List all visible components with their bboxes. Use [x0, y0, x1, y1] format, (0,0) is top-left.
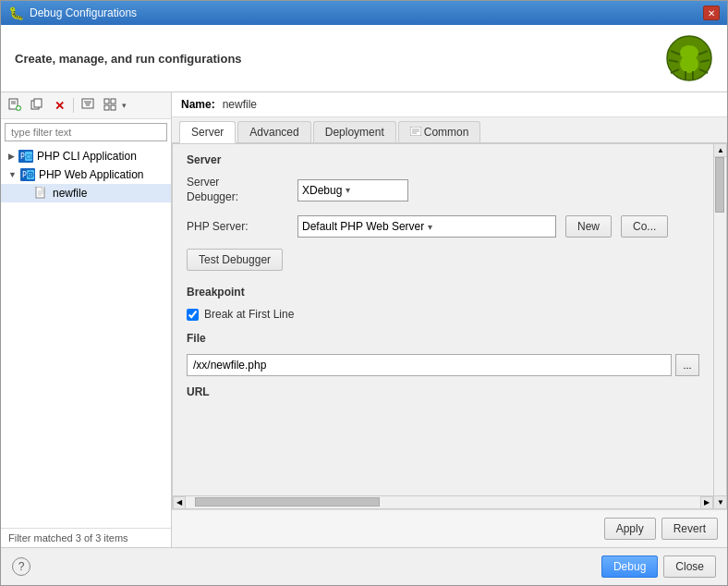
svg-rect-41 [42, 187, 44, 189]
php-cli-icon: P CLI [18, 149, 33, 164]
name-label: Name: [181, 98, 215, 111]
collapse-all-button[interactable] [100, 95, 120, 116]
config-inner: Server ServerDebugger: XDebug ▾ [173, 144, 726, 508]
scroll-down-button[interactable]: ▼ [714, 495, 726, 508]
php-server-value: Default PHP Web Server [302, 220, 424, 233]
tabs-bar: Server Advanced Deployment Common [172, 117, 727, 143]
toolbar-separator [73, 98, 74, 113]
break-at-first-line-checkbox[interactable] [187, 309, 199, 321]
svg-text:P: P [22, 171, 27, 179]
header-title: Create, manage, and run configurations [15, 52, 242, 66]
close-button[interactable]: ✕ [703, 6, 720, 20]
title-bar-buttons: ✕ [703, 6, 720, 20]
tab-common-label: Common [424, 126, 469, 139]
browse-icon: ... [683, 360, 691, 371]
debugger-select[interactable]: XDebug ▾ [297, 179, 408, 201]
svg-text:CLI: CLI [26, 153, 33, 160]
php-server-row: PHP Server: Default PHP Web Server ▾ New… [187, 215, 699, 238]
bug-logo-icon [665, 34, 713, 82]
newfile-icon [34, 186, 49, 201]
break-at-first-line-label: Break at First Line [204, 308, 294, 321]
tree-item-php-web[interactable]: ▼ P PHP Web Application [1, 165, 171, 184]
scroll-thumb[interactable] [195, 497, 380, 507]
debugger-row: ServerDebugger: XDebug ▾ [187, 176, 699, 204]
test-debugger-row: Test Debugger [187, 249, 699, 271]
header: Create, manage, and run configurations [1, 25, 727, 92]
close-dialog-button[interactable]: Close [663, 555, 716, 578]
revert-button[interactable]: Revert [661, 518, 718, 540]
url-section: URL [187, 385, 699, 398]
duplicate-button[interactable] [27, 95, 47, 116]
expand-arrow-php-cli: ▶ [8, 152, 15, 161]
filter-status: Filter matched 3 of 3 items [1, 528, 171, 547]
php-server-label: PHP Server: [187, 220, 288, 233]
config-wrapper: Server ServerDebugger: XDebug ▾ [172, 143, 727, 509]
v-scroll-track[interactable] [714, 157, 726, 495]
filter-button[interactable] [78, 95, 98, 116]
tree-label-php-web: PHP Web Application [39, 168, 144, 181]
file-path-input[interactable] [187, 354, 672, 376]
file-browse-button[interactable]: ... [675, 354, 699, 376]
debug-button[interactable]: Debug [601, 555, 658, 578]
name-value: newfile [223, 98, 257, 111]
name-row: Name: newfile [172, 92, 727, 117]
dropdown-arrow[interactable]: ▾ [122, 101, 127, 110]
debug-configurations-window: 🐛 Debug Configurations ✕ Create, manage,… [0, 0, 728, 586]
debugger-value: XDebug [302, 184, 342, 197]
svg-rect-20 [34, 99, 42, 107]
apply-button[interactable]: Apply [604, 518, 656, 540]
delete-icon: ✕ [55, 99, 65, 113]
tree-item-newfile[interactable]: newfile [1, 184, 171, 202]
breakpoint-section-title: Breakpoint [187, 286, 699, 299]
window-title: Debug Configurations [30, 6, 137, 19]
file-section-title: File [187, 332, 699, 345]
test-debugger-button[interactable]: Test Debugger [187, 249, 283, 271]
scroll-left-button[interactable]: ◀ [173, 496, 186, 509]
left-toolbar: ✕ [1, 92, 171, 119]
horizontal-scrollbar[interactable]: ◀ ▶ [173, 495, 713, 508]
config-scroll[interactable]: Server ServerDebugger: XDebug ▾ [173, 144, 713, 495]
title-bar: 🐛 Debug Configurations ✕ [1, 1, 727, 25]
tab-advanced[interactable]: Advanced [237, 121, 310, 142]
configure-server-button[interactable]: Co... [621, 215, 668, 238]
tree-label-php-cli: PHP CLI Application [37, 150, 137, 163]
new-config-icon [8, 98, 21, 114]
filter-input[interactable] [5, 123, 167, 141]
svg-rect-28 [111, 105, 115, 110]
svg-rect-27 [104, 105, 109, 110]
v-scroll-thumb[interactable] [715, 157, 724, 213]
scroll-right-button[interactable]: ▶ [700, 496, 713, 509]
help-button[interactable]: ? [12, 557, 30, 576]
tree-item-php-cli[interactable]: ▶ P CLI PHP CLI Application [1, 147, 171, 165]
bottom-buttons: Debug Close [601, 555, 716, 578]
tab-deployment[interactable]: Deployment [313, 121, 396, 142]
tree-view: ▶ P CLI PHP CLI Application ▼ [1, 145, 171, 528]
tree-label-newfile: newfile [53, 187, 87, 200]
bottom-bar: ? Debug Close [1, 547, 727, 585]
svg-rect-25 [104, 99, 109, 104]
file-section: File ... [187, 332, 699, 376]
svg-rect-26 [111, 99, 115, 104]
breakpoint-section: Breakpoint Break at First Line [187, 286, 699, 321]
left-panel: ✕ [1, 92, 172, 547]
action-buttons: Apply Revert [172, 509, 727, 547]
php-server-dropdown-arrow: ▾ [428, 222, 432, 232]
php-web-icon: P [20, 167, 35, 182]
collapse-icon [103, 98, 116, 114]
php-server-select[interactable]: Default PHP Web Server ▾ [297, 215, 556, 238]
scroll-up-button[interactable]: ▲ [714, 144, 726, 157]
main-content: ✕ [1, 92, 727, 547]
svg-point-2 [680, 55, 698, 73]
new-server-button[interactable]: New [565, 215, 612, 238]
debugger-dropdown-arrow: ▾ [346, 185, 350, 195]
debugger-label: ServerDebugger: [187, 176, 288, 204]
filter-icon [81, 98, 94, 114]
vertical-scrollbar[interactable]: ▲ ▼ [713, 144, 726, 508]
tab-server[interactable]: Server [179, 121, 236, 143]
common-tab-icon [410, 126, 421, 139]
tab-common[interactable]: Common [398, 121, 481, 142]
new-config-button[interactable] [5, 95, 25, 116]
file-input-row: ... [187, 354, 699, 376]
scroll-track[interactable] [186, 496, 700, 509]
delete-button[interactable]: ✕ [49, 95, 69, 116]
